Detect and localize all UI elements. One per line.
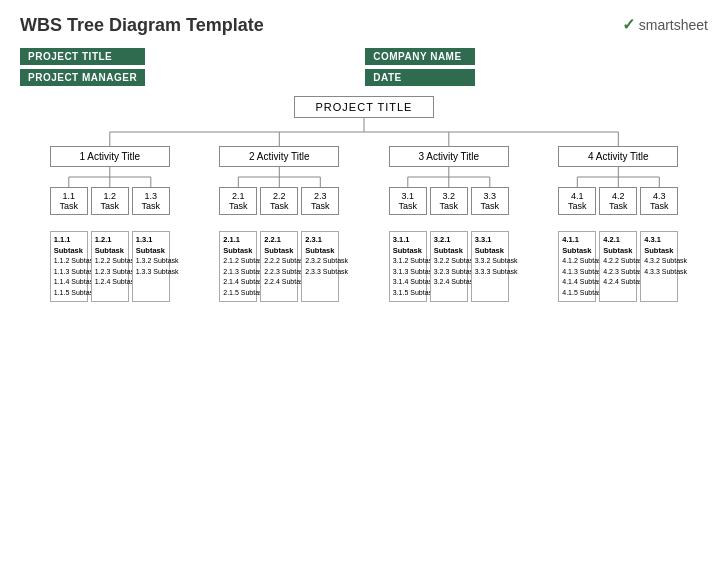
company-name-label: COMPANY NAME: [365, 48, 475, 65]
date-label: DATE: [365, 69, 475, 86]
task-group-1: 1.1 Task 1.2 Task 1.3 Task: [27, 187, 193, 215]
task-3-2: 3.2 Task: [430, 187, 468, 215]
task-1-1: 1.1 Task: [50, 187, 88, 215]
subtask-group-1: 1.1.1 Subtask 1.1.2 Subtask 1.1.3 Subtas…: [27, 231, 193, 302]
page-title: WBS Tree Diagram Template: [20, 15, 708, 36]
subtask-1-1: 1.1.1 Subtask 1.1.2 Subtask 1.1.3 Subtas…: [50, 231, 88, 302]
spacer-2: [20, 167, 708, 187]
subtask-4-3: 4.3.1 Subtask 4.3.2 Subtask 4.3.3 Subtas…: [640, 231, 678, 302]
brand-name: smartsheet: [639, 17, 708, 33]
task-level: 1.1 Task 1.2 Task 1.3 Task 2.1 Task 2.2 …: [20, 187, 708, 215]
task-4-3: 4.3 Task: [640, 187, 678, 215]
task-3-1: 3.1 Task: [389, 187, 427, 215]
subtask-2-3: 2.3.1 Subtask 2.3.2 Subtask 2.3.3 Subtas…: [301, 231, 339, 302]
subtask-2-1: 2.1.1 Subtask 2.1.2 Subtask 2.1.3 Subtas…: [219, 231, 257, 302]
spacer-1: [20, 118, 708, 146]
activity-1: 1 Activity Title: [50, 146, 170, 167]
project-title-label: PROJECT TITLE: [20, 48, 145, 65]
info-left: PROJECT TITLE PROJECT MANAGER: [20, 48, 145, 86]
check-icon: ✓: [622, 15, 635, 34]
subtask-group-3: 3.1.1 Subtask 3.1.2 Subtask 3.1.3 Subtas…: [366, 231, 532, 302]
page: ✓ smartsheet WBS Tree Diagram Template P…: [0, 0, 728, 563]
task-2-2: 2.2 Task: [260, 187, 298, 215]
task-2-3: 2.3 Task: [301, 187, 339, 215]
task-1-2: 1.2 Task: [91, 187, 129, 215]
subtask-1-2: 1.2.1 Subtask 1.2.2 Subtask 1.2.3 Subtas…: [91, 231, 129, 302]
project-manager-label: PROJECT MANAGER: [20, 69, 145, 86]
subtask-3-1: 3.1.1 Subtask 3.1.2 Subtask 3.1.3 Subtas…: [389, 231, 427, 302]
spacer-3: [20, 215, 708, 231]
root-level: PROJECT TITLE: [20, 96, 708, 118]
info-right: COMPANY NAME DATE: [365, 48, 475, 86]
task-2-1: 2.1 Task: [219, 187, 257, 215]
task-1-3: 1.3 Task: [132, 187, 170, 215]
subtask-level: 1.1.1 Subtask 1.1.2 Subtask 1.1.3 Subtas…: [20, 231, 708, 302]
task-group-2: 2.1 Task 2.2 Task 2.3 Task: [197, 187, 363, 215]
task-group-3: 3.1 Task 3.2 Task 3.3 Task: [366, 187, 532, 215]
task-4-2: 4.2 Task: [599, 187, 637, 215]
subtask-4-2: 4.2.1 Subtask 4.2.2 Subtask 4.2.3 Subtas…: [599, 231, 637, 302]
task-3-3: 3.3 Task: [471, 187, 509, 215]
wbs-tree: PROJECT TITLE 1 Activity Title 2 Activit…: [20, 96, 708, 302]
subtask-group-2: 2.1.1 Subtask 2.1.2 Subtask 2.1.3 Subtas…: [197, 231, 363, 302]
task-group-4: 4.1 Task 4.2 Task 4.3 Task: [536, 187, 702, 215]
activity-4: 4 Activity Title: [558, 146, 678, 167]
subtask-group-4: 4.1.1 Subtask 4.1.2 Subtask 4.1.3 Subtas…: [536, 231, 702, 302]
subtask-2-2: 2.2.1 Subtask 2.2.2 Subtask 2.2.3 Subtas…: [260, 231, 298, 302]
task-4-1: 4.1 Task: [558, 187, 596, 215]
subtask-4-1: 4.1.1 Subtask 4.1.2 Subtask 4.1.3 Subtas…: [558, 231, 596, 302]
subtask-1-3: 1.3.1 Subtask 1.3.2 Subtask 1.3.3 Subtas…: [132, 231, 170, 302]
smartsheet-logo: ✓ smartsheet: [622, 15, 708, 34]
root-box: PROJECT TITLE: [294, 96, 434, 118]
info-row: PROJECT TITLE PROJECT MANAGER COMPANY NA…: [20, 48, 708, 86]
subtask-3-3: 3.3.1 Subtask 3.3.2 Subtask 3.3.3 Subtas…: [471, 231, 509, 302]
activity-2: 2 Activity Title: [219, 146, 339, 167]
activity-level: 1 Activity Title 2 Activity Title 3 Acti…: [20, 146, 708, 167]
subtask-3-2: 3.2.1 Subtask 3.2.2 Subtask 3.2.3 Subtas…: [430, 231, 468, 302]
activity-3: 3 Activity Title: [389, 146, 509, 167]
